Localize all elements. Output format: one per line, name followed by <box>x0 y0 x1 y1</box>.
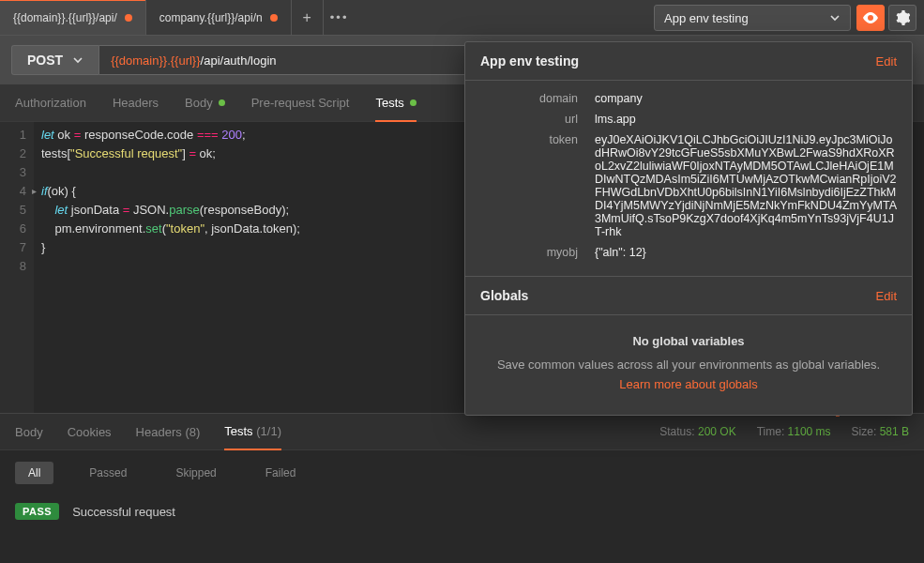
globals-empty-state: No global variables Save common values a… <box>465 315 912 415</box>
time-value: 1100 ms <box>788 425 831 438</box>
response-section-tabs: Body Cookies Headers (8) Tests (1/1) Sta… <box>0 413 924 450</box>
response-metrics: Status: 200 OK Time: 1100 ms Size: 581 B <box>659 425 909 438</box>
tab-title: {{domain}}.{{url}}/api/ <box>13 11 117 24</box>
response-tab-headers[interactable]: Headers (8) <box>136 415 201 449</box>
filter-all[interactable]: All <box>15 462 53 484</box>
env-var-row: tokeneyJ0eXAiOiJKV1QiLCJhbGciOiJIUzI1NiJ… <box>465 129 912 242</box>
gear-icon <box>895 10 910 25</box>
filter-skipped[interactable]: Skipped <box>162 462 229 484</box>
status-label: Status: <box>659 425 694 438</box>
test-name: Successful request <box>72 505 175 519</box>
size-label: Size: <box>852 425 877 438</box>
filter-passed[interactable]: Passed <box>76 462 140 484</box>
env-quicklook-panel: App env testing Edit domaincompany urllm… <box>464 41 913 416</box>
env-section-header: App env testing Edit <box>465 42 912 81</box>
test-result-filters: All Passed Skipped Failed <box>0 450 924 495</box>
env-title: App env testing <box>480 53 579 68</box>
method-selector[interactable]: POST <box>11 45 98 75</box>
changed-dot-icon <box>219 99 225 106</box>
response-tab-cookies[interactable]: Cookies <box>68 415 112 449</box>
response-tab-tests[interactable]: Tests (1/1) <box>224 414 281 450</box>
time-label: Time: <box>757 425 785 438</box>
request-tab-1[interactable]: company.{{url}}/api/n <box>146 0 292 35</box>
globals-section-header: Globals Edit <box>465 276 912 315</box>
tab-body[interactable]: Body <box>185 85 225 120</box>
size-value: 581 B <box>880 425 909 438</box>
eye-icon <box>862 12 879 23</box>
response-tab-body[interactable]: Body <box>15 415 43 449</box>
globals-learn-more-link[interactable]: Learn more about globals <box>619 377 757 391</box>
tab-overflow-button[interactable]: ••• <box>324 0 356 35</box>
unsaved-dot-icon <box>270 14 278 22</box>
globals-title: Globals <box>480 288 528 303</box>
changed-dot-icon <box>410 99 417 106</box>
tab-prerequest[interactable]: Pre-request Script <box>251 85 350 120</box>
method-label: POST <box>27 53 63 68</box>
env-var-row: urllms.app <box>465 109 912 129</box>
globals-empty-text: Save common values across all your envir… <box>497 358 880 372</box>
environment-selector[interactable]: App env testing <box>654 5 851 31</box>
tab-headers[interactable]: Headers <box>113 85 159 120</box>
url-path: /api/auth/login <box>201 53 277 68</box>
tab-title: company.{{url}}/api/n <box>159 11 263 24</box>
pass-badge: PASS <box>15 503 59 520</box>
unsaved-dot-icon <box>125 14 132 22</box>
tab-tests[interactable]: Tests <box>375 85 416 122</box>
chevron-down-icon <box>72 54 83 66</box>
env-var-row: domaincompany <box>465 88 912 109</box>
status-value: 200 OK <box>698 425 736 438</box>
editor-content[interactable]: let ok = responseCode.code === 200; test… <box>34 122 300 413</box>
editor-gutter: 12345678 <box>0 122 34 413</box>
env-var-row: myobj{"aln": 12} <box>465 242 912 263</box>
globals-empty-heading: No global variables <box>490 332 887 352</box>
env-quicklook-button[interactable] <box>856 5 885 31</box>
environment-name: App env testing <box>664 11 749 25</box>
edit-globals-link[interactable]: Edit <box>876 289 897 303</box>
settings-button[interactable] <box>888 5 916 31</box>
tab-strip: {{domain}}.{{url}}/api/ company.{{url}}/… <box>0 0 924 36</box>
chevron-down-icon <box>829 12 841 23</box>
filter-failed[interactable]: Failed <box>252 462 310 484</box>
new-tab-button[interactable]: + <box>292 0 324 35</box>
request-tab-0[interactable]: {{domain}}.{{url}}/api/ <box>0 0 146 35</box>
test-result-row: PASS Successful request <box>0 495 924 527</box>
edit-env-link[interactable]: Edit <box>876 54 897 68</box>
tab-authorization[interactable]: Authorization <box>15 85 86 120</box>
url-variable: {{domain}}.{{url}} <box>111 53 200 68</box>
env-variable-list: domaincompany urllms.app tokeneyJ0eXAiOi… <box>465 81 912 276</box>
fold-marker-icon[interactable]: ▸ <box>32 182 37 201</box>
